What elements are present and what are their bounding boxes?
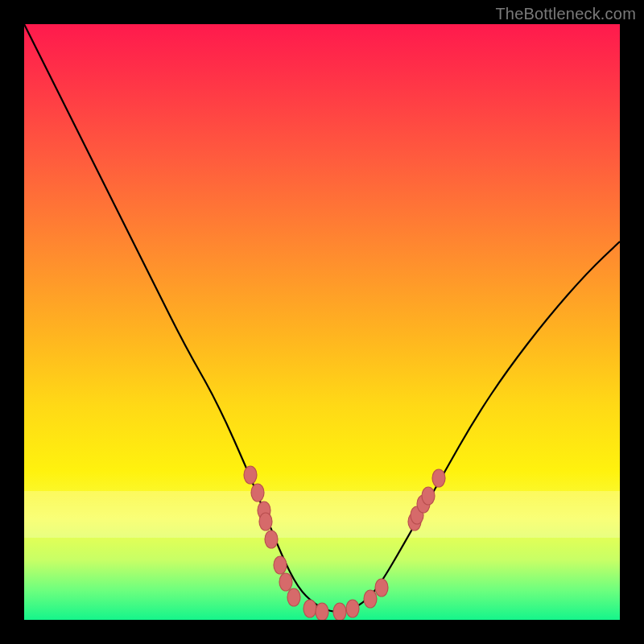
- chart-frame: TheBottleneck.com: [0, 0, 644, 644]
- data-marker: [265, 530, 278, 548]
- data-marker: [364, 590, 377, 608]
- data-marker: [411, 506, 423, 524]
- data-marker: [375, 579, 388, 597]
- data-marker: [417, 495, 430, 513]
- data-marker: [274, 556, 287, 574]
- data-marker: [346, 600, 359, 617]
- data-marker: [258, 502, 270, 519]
- data-marker: [244, 466, 257, 484]
- watermark-text: TheBottleneck.com: [495, 5, 636, 23]
- marker-group: [244, 466, 445, 620]
- bottleneck-curve: [24, 24, 620, 612]
- data-marker: [303, 600, 316, 617]
- data-marker: [251, 484, 264, 502]
- data-marker: [279, 573, 292, 591]
- data-marker: [287, 588, 300, 606]
- data-marker: [432, 469, 445, 487]
- data-marker: [422, 487, 435, 505]
- data-marker: [408, 513, 421, 530]
- data-marker: [259, 513, 272, 530]
- data-marker: [333, 603, 346, 620]
- highlight-band: [24, 491, 620, 538]
- plot-area: [24, 24, 620, 620]
- curve-layer: [24, 24, 620, 620]
- data-marker: [316, 603, 328, 620]
